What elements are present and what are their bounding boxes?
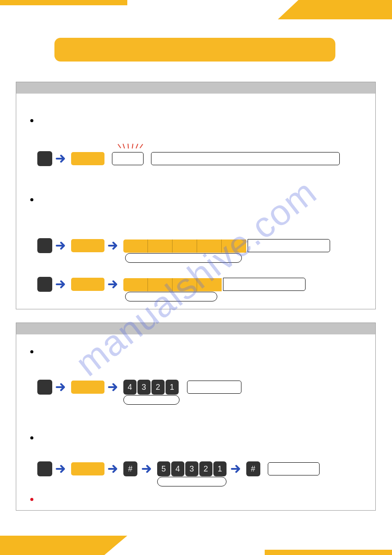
gold-key [71,462,104,475]
gold-segment [148,239,173,253]
arrow-right-icon [108,280,119,289]
arrow-right-icon [231,464,242,473]
dark-key [37,151,52,166]
gold-key [71,239,104,252]
arrow-right-icon [108,464,119,473]
footer-stripe-left [0,536,127,555]
num-key: 2 [199,461,212,476]
hash-key: # [123,461,137,476]
dark-key [37,277,52,292]
arrow-right-icon [56,464,67,473]
section-1-row-2a [37,238,330,253]
num-key: 1 [165,380,179,395]
section-1-row-2b [37,276,306,292]
arrow-right-icon [56,383,67,392]
arrow-right-icon [142,464,153,473]
num-key: 4 [123,380,137,395]
num-key: 3 [185,461,198,476]
section-2-header [16,323,375,334]
gold-key [71,381,104,394]
bracket-pill [125,292,217,301]
section-2-row-2: # 54321 # [37,461,320,476]
gold-segment [222,239,246,253]
section-1-header [16,82,375,94]
section-2: 4321 # 54321 # [16,323,376,511]
wide-result-box [248,239,330,252]
gold-segment [148,278,173,291]
num-key: 2 [151,380,165,395]
bullet-icon [30,198,33,201]
gold-segment [197,278,222,291]
bullet-icon [30,119,33,122]
wide-result-box [151,152,340,165]
wide-result-box [223,278,306,291]
gold-key [71,152,104,165]
gold-segment [123,278,148,291]
bracket-pill [157,477,227,486]
page-title [54,38,335,62]
dark-key [37,461,52,476]
bracket-pill [125,253,242,263]
footer-stripe-right [265,550,392,555]
arrow-right-icon [56,154,67,163]
bullet-icon [30,350,33,353]
section-2-row-1: 4321 [37,379,241,395]
arrow-right-icon [108,241,119,250]
header-stripe-right [278,0,392,19]
bullet-icon [30,436,33,439]
dark-key [37,238,52,253]
hash-key: # [246,461,260,476]
dark-key [37,380,52,395]
gold-segment [123,239,148,253]
header-stripe-left [0,0,127,5]
wide-result-box [268,462,320,475]
section-1-row-1 [37,151,340,166]
arrow-right-icon [56,280,67,289]
num-key: 4 [171,461,184,476]
bracket-pill [123,395,180,405]
arrow-right-icon [56,241,67,250]
arrow-right-icon [108,383,119,392]
num-key: 5 [157,461,170,476]
flash-box [112,152,144,165]
section-1 [16,82,376,309]
gold-segment [173,239,197,253]
gold-segment [173,278,197,291]
wide-result-box [187,381,241,394]
num-key: 1 [213,461,227,476]
gold-key [71,278,104,291]
bullet-red-icon [30,498,33,501]
gold-segment [197,239,222,253]
num-key: 3 [137,380,151,395]
